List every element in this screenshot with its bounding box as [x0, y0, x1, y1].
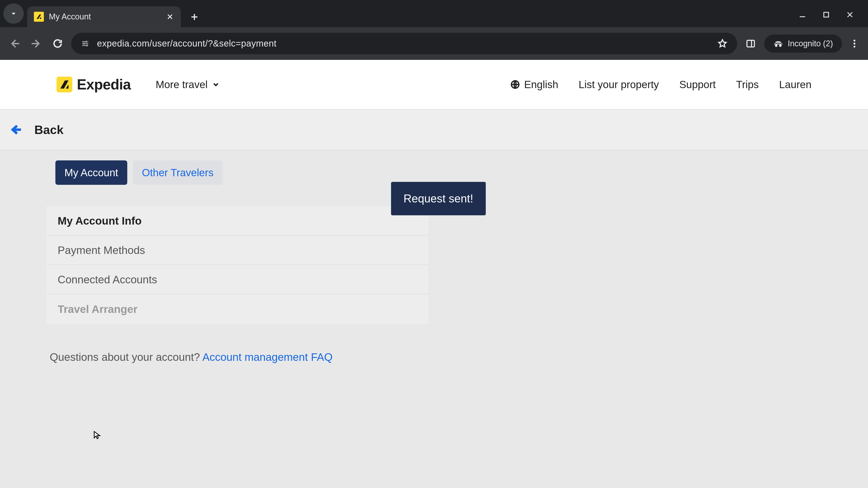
list-property-link[interactable]: List your property	[579, 78, 659, 91]
svg-point-6	[854, 42, 855, 44]
tab-other-travelers[interactable]: Other Travelers	[133, 160, 223, 185]
tab-my-account[interactable]: My Account	[55, 160, 127, 185]
nav-reload-button[interactable]	[50, 36, 66, 52]
tab-title: My Account	[49, 12, 161, 22]
favicon-icon	[34, 12, 44, 22]
address-bar[interactable]: expedia.com/user/account/?&selc=payment	[71, 33, 737, 54]
brand-word: Expedia	[77, 76, 131, 93]
side-panel-button[interactable]	[743, 36, 758, 52]
support-link[interactable]: Support	[679, 78, 716, 91]
kebab-icon	[853, 39, 856, 48]
url-text: expedia.com/user/account/?&selc=payment	[97, 38, 710, 48]
browser-titlebar: My Account	[0, 0, 868, 27]
toast-notification: Request sent!	[391, 182, 486, 215]
globe-icon	[510, 79, 520, 90]
faq-line: Questions about your account? Account ma…	[50, 351, 868, 363]
header-links: English List your property Support Trips…	[510, 78, 811, 91]
maximize-icon	[822, 11, 830, 19]
new-tab-button[interactable]	[186, 9, 202, 25]
toast-message: Request sent!	[403, 192, 473, 205]
account-tabs: My Account Other Travelers	[0, 160, 868, 185]
faq-link[interactable]: Account management FAQ	[202, 351, 333, 363]
page-content: Expedia More travel English List your pr…	[0, 60, 868, 488]
incognito-indicator[interactable]: Incognito (2)	[764, 35, 842, 53]
svg-point-7	[854, 46, 855, 47]
star-icon	[717, 38, 727, 49]
site-header: Expedia More travel English List your pr…	[0, 60, 868, 109]
section-travel-arranger[interactable]: Travel Arranger	[46, 294, 428, 324]
nav-forward-button[interactable]	[28, 36, 44, 52]
tab-close-button[interactable]	[166, 13, 174, 21]
brand-mark-icon	[57, 76, 72, 92]
faq-question: Questions about your account?	[50, 351, 202, 363]
trips-link[interactable]: Trips	[736, 78, 759, 91]
close-icon	[166, 13, 174, 20]
more-travel-label: More travel	[156, 78, 208, 91]
section-account-info[interactable]: My Account Info	[46, 206, 428, 236]
window-minimize-button[interactable]	[797, 9, 808, 20]
arrow-right-icon	[31, 38, 41, 49]
minimize-icon	[798, 11, 807, 19]
svg-point-3	[86, 44, 88, 46]
panel-icon	[746, 39, 756, 48]
chevron-down-icon	[212, 80, 220, 89]
window-controls	[797, 0, 868, 27]
site-settings-icon[interactable]	[80, 39, 90, 48]
incognito-label: Incognito (2)	[788, 39, 833, 48]
browser-toolbar: expedia.com/user/account/?&selc=payment …	[0, 27, 868, 60]
plus-icon	[190, 12, 199, 22]
language-selector[interactable]: English	[510, 78, 558, 91]
incognito-icon	[773, 39, 783, 48]
arrow-left-icon	[9, 38, 20, 49]
bookmark-button[interactable]	[717, 38, 728, 49]
section-connected-accounts[interactable]: Connected Accounts	[46, 265, 428, 294]
close-icon	[846, 11, 854, 19]
section-payment-methods[interactable]: Payment Methods	[46, 236, 428, 265]
account-menu[interactable]: Lauren	[779, 78, 811, 91]
language-label: English	[524, 78, 558, 91]
reload-icon	[52, 38, 63, 49]
svg-point-5	[854, 39, 855, 41]
more-travel-dropdown[interactable]: More travel	[156, 78, 220, 91]
svg-point-2	[83, 42, 85, 44]
svg-point-1	[86, 41, 87, 42]
chevron-down-icon	[9, 9, 18, 18]
browser-tab-active[interactable]: My Account	[27, 6, 181, 27]
search-tabs-button[interactable]	[3, 3, 24, 24]
arrow-left-icon	[10, 124, 22, 135]
back-bar[interactable]: Back	[0, 109, 868, 150]
svg-rect-0	[824, 12, 829, 17]
nav-back-button[interactable]	[7, 36, 23, 52]
window-maximize-button[interactable]	[820, 9, 832, 20]
brand-logo[interactable]: Expedia	[57, 76, 131, 93]
window-close-button[interactable]	[844, 9, 856, 20]
svg-rect-4	[747, 40, 754, 47]
mouse-cursor-icon	[93, 430, 102, 440]
account-section-list: My Account Info Payment Methods Connecte…	[46, 206, 428, 324]
browser-menu-button[interactable]	[848, 36, 861, 52]
tab-strip: My Account	[0, 0, 797, 27]
back-label: Back	[34, 123, 64, 137]
